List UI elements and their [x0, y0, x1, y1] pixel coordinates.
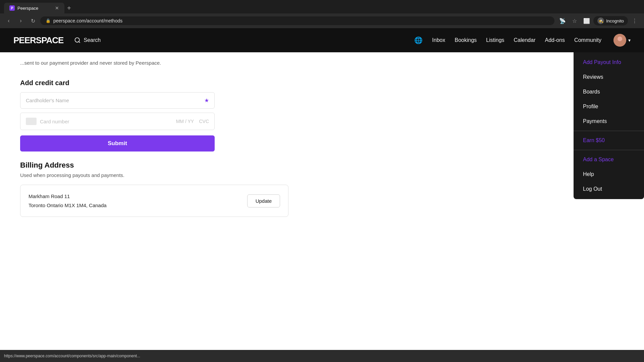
page-content: PEERSPACE Search 🌐 Inbox Bookings Listin… [0, 28, 644, 350]
lock-icon: 🔒 [46, 18, 51, 23]
status-url: https://www.peerspace.com/account/compon… [4, 354, 140, 358]
browser-chrome: P Peerspace ✕ + ‹ › ↻ 🔒 peerspace.com/ac… [0, 0, 644, 28]
update-address-button[interactable]: Update [247, 194, 280, 207]
svg-point-2 [618, 37, 622, 41]
card-brand-icon [26, 118, 37, 125]
dropdown-divider-1 [574, 131, 644, 131]
tab-title: Peerspace [17, 6, 38, 11]
cast-button[interactable]: 📡 [557, 15, 568, 26]
toolbar-actions: 📡 ☆ ⬜ 🕵 Incognito ⋮ [557, 15, 640, 26]
page-intro-text: ...sent to our payment provider and neve… [20, 52, 302, 72]
dropdown-item-payments[interactable]: Payments [574, 114, 644, 129]
nav-link-calendar[interactable]: Calendar [514, 37, 536, 43]
search-button[interactable]: Search [74, 37, 101, 44]
card-number-placeholder: Card number [40, 119, 69, 124]
main-area: ...sent to our payment provider and neve… [0, 52, 322, 362]
search-label: Search [84, 37, 101, 43]
dropdown-item-earn[interactable]: Earn $50 [574, 133, 644, 148]
card-number-field[interactable]: Card number MM / YY CVC [20, 113, 215, 130]
card-expiry-cvc: MM / YY CVC [176, 119, 209, 124]
dropdown-item-logout[interactable]: Log Out [574, 182, 644, 196]
cvc-placeholder: CVC [199, 119, 209, 124]
card-field-left: Card number [26, 118, 69, 125]
dropdown-item-boards[interactable]: Boards [574, 84, 644, 99]
cardholder-name-field[interactable]: Cardholder's Name ★ [20, 92, 215, 109]
user-menu-button[interactable]: ▾ [613, 34, 631, 47]
dropdown-item-reviews[interactable]: Reviews [574, 70, 644, 84]
nav-link-community[interactable]: Community [574, 37, 601, 43]
nav-link-addons[interactable]: Add-ons [545, 37, 565, 43]
logo: PEERSPACE [13, 35, 63, 46]
address-lines: Markham Road 11 Toronto Ontario M1X 1M4,… [29, 192, 107, 210]
profile-manager-button[interactable]: ⬜ [581, 15, 592, 26]
nav-link-bookings[interactable]: Bookings [454, 37, 477, 43]
nav-link-listings[interactable]: Listings [486, 37, 504, 43]
submit-button[interactable]: Submit [20, 135, 215, 152]
dropdown-item-add-payout[interactable]: Add Payout Info [574, 55, 644, 70]
address-card: Markham Road 11 Toronto Ontario M1X 1M4,… [20, 185, 288, 217]
tab-bar: P Peerspace ✕ + [0, 0, 644, 13]
dropdown-item-profile[interactable]: Profile [574, 99, 644, 114]
user-dropdown-menu: Add Payout Info Reviews Boards Profile P… [574, 52, 644, 199]
back-button[interactable]: ‹ [4, 16, 13, 25]
tab-close-button[interactable]: ✕ [55, 5, 59, 11]
nav-link-inbox[interactable]: Inbox [432, 37, 445, 43]
new-tab-button[interactable]: + [67, 4, 71, 12]
incognito-label: Incognito [606, 18, 624, 23]
chevron-down-icon: ▾ [628, 38, 631, 43]
browser-toolbar: ‹ › ↻ 🔒 peerspace.com/account/methods 📡 … [0, 13, 644, 28]
expiry-placeholder: MM / YY [176, 119, 194, 124]
forward-button[interactable]: › [16, 16, 25, 25]
nav-links: 🌐 Inbox Bookings Listings Calendar Add-o… [414, 34, 631, 47]
user-avatar [613, 34, 626, 47]
bookmark-button[interactable]: ☆ [569, 15, 580, 26]
cardholder-placeholder: Cardholder's Name [26, 98, 69, 103]
reload-button[interactable]: ↻ [28, 16, 38, 25]
svg-point-0 [75, 38, 79, 42]
incognito-icon: 🕵 [597, 17, 604, 24]
address-line2: Toronto Ontario M1X 1M4, Canada [29, 201, 107, 210]
incognito-button[interactable]: 🕵 Incognito [593, 16, 628, 25]
active-tab[interactable]: P Peerspace ✕ [4, 3, 64, 13]
globe-icon[interactable]: 🌐 [414, 36, 423, 44]
top-nav: PEERSPACE Search 🌐 Inbox Bookings Listin… [0, 28, 644, 52]
avatar-image [613, 34, 626, 47]
address-bar[interactable]: 🔒 peerspace.com/account/methods [40, 16, 554, 25]
menu-button[interactable]: ⋮ [629, 15, 640, 26]
required-star: ★ [204, 97, 209, 104]
status-bar: https://www.peerspace.com/account/compon… [0, 350, 644, 362]
billing-desc: Used when processing payouts and payment… [20, 172, 302, 178]
dropdown-divider-2 [574, 150, 644, 150]
dropdown-item-add-space[interactable]: Add a Space [574, 152, 644, 167]
address-line1: Markham Road 11 [29, 192, 107, 201]
tab-favicon: P [9, 5, 15, 11]
billing-address-title: Billing Address [20, 161, 302, 170]
dropdown-item-help[interactable]: Help [574, 167, 644, 182]
url-text: peerspace.com/account/methods [53, 18, 122, 23]
search-icon [74, 37, 81, 44]
add-credit-card-title: Add credit card [20, 79, 302, 87]
